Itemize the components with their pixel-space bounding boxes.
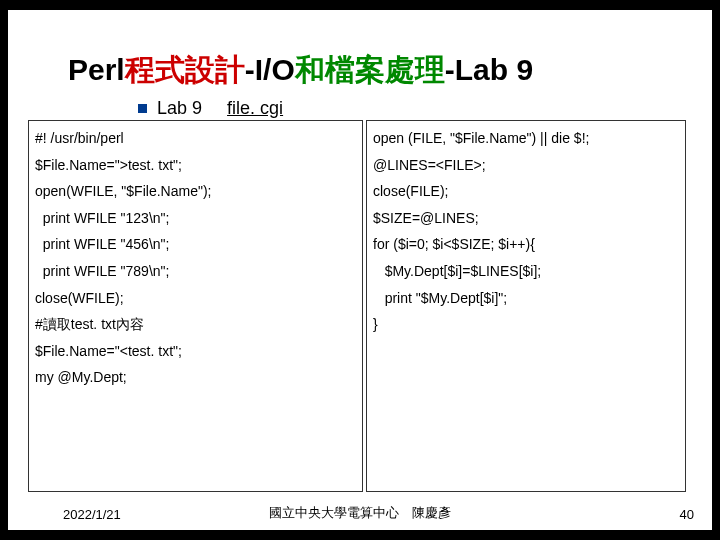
code-line: } (373, 311, 679, 338)
code-line: $My.Dept[$i]=$LINES[$i]; (373, 258, 679, 285)
page-title: Perl程式設計-I/O和檔案處理-Lab 9 (68, 50, 533, 91)
code-left-box: #! /usr/bin/perl $File.Name=">test. txt"… (28, 120, 363, 492)
title-part5: -Lab 9 (445, 53, 533, 86)
code-line: close(FILE); (373, 178, 679, 205)
code-right-box: open (FILE, "$File.Name") || die $!; @LI… (366, 120, 686, 492)
code-line: $File.Name=">test. txt"; (35, 152, 356, 179)
footer-center: 國立中央大學電算中心 陳慶彥 (8, 504, 712, 522)
code-line: print WFILE "456\n"; (35, 231, 356, 258)
code-line: open(WFILE, "$File.Name"); (35, 178, 356, 205)
footer-page: 40 (680, 507, 694, 522)
subtitle-label: Lab 9 (157, 98, 202, 118)
code-line: #! /usr/bin/perl (35, 125, 356, 152)
code-line: close(WFILE); (35, 285, 356, 312)
slide: Perl程式設計-I/O和檔案處理-Lab 9 Lab 9 file. cgi … (8, 10, 712, 530)
code-line: print WFILE "789\n"; (35, 258, 356, 285)
title-part3: -I/O (245, 53, 295, 86)
code-line: $SIZE=@LINES; (373, 205, 679, 232)
code-line: for ($i=0; $i<$SIZE; $i++){ (373, 231, 679, 258)
subtitle-row: Lab 9 file. cgi (138, 98, 283, 119)
code-line: @LINES=<FILE>; (373, 152, 679, 179)
code-line: print WFILE "123\n"; (35, 205, 356, 232)
title-part2: 程式設計 (125, 53, 245, 86)
code-line: my @My.Dept; (35, 364, 356, 391)
title-part4: 和檔案處理 (295, 53, 445, 86)
subtitle: Lab 9 file. cgi (157, 98, 283, 119)
code-line: #讀取test. txt內容 $File.Name="<test. txt"; (35, 311, 356, 364)
title-part1: Perl (68, 53, 125, 86)
code-line: open (FILE, "$File.Name") || die $!; (373, 125, 679, 152)
subtitle-filename: file. cgi (227, 98, 283, 118)
square-bullet-icon (138, 104, 147, 113)
code-line: print "$My.Dept[$i]"; (373, 285, 679, 312)
